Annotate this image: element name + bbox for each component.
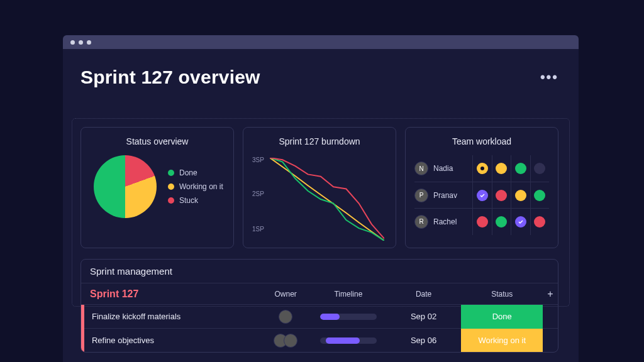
workload-chip — [496, 190, 507, 201]
task-name[interactable]: Refine objectives — [84, 336, 260, 345]
card-status-overview: Status overview DoneWorking on itStuck — [80, 127, 234, 248]
burndown-series — [270, 158, 384, 241]
more-icon[interactable]: ••• — [540, 69, 558, 85]
date-cell[interactable]: Sep 06 — [386, 336, 462, 345]
card-team-workload: Team workload NNadiaPPranavRRachel — [405, 127, 558, 248]
workload-row: NNadia — [414, 155, 549, 182]
workload-chip — [496, 216, 507, 228]
date-cell[interactable]: Sep 02 — [386, 312, 462, 321]
workload-chip — [477, 190, 488, 201]
workload-chip — [496, 163, 507, 174]
workload-cell[interactable] — [530, 182, 550, 209]
workload-table: NNadiaPPranavRRachel — [414, 155, 549, 234]
workload-person[interactable]: RRachel — [414, 215, 472, 229]
card-title: Sprint 127 burndown — [252, 136, 387, 146]
timeline-cell[interactable] — [311, 337, 386, 344]
status-legend: DoneWorking on itStuck — [168, 168, 223, 205]
status-pie-chart — [94, 155, 157, 218]
task-name[interactable]: Finalize kickoff materials — [84, 312, 260, 321]
col-header-timeline: Timeline — [311, 290, 386, 299]
workload-cell[interactable] — [472, 182, 492, 209]
y-tick: 2SP — [252, 190, 264, 197]
sprint-group-label[interactable]: Sprint 127 — [81, 288, 260, 300]
owner-cell[interactable] — [260, 310, 311, 324]
workload-cell[interactable] — [511, 182, 530, 209]
workload-chip — [515, 216, 526, 228]
workload-cell[interactable] — [492, 209, 511, 235]
workload-cell[interactable] — [511, 209, 530, 235]
legend-swatch — [168, 184, 174, 190]
person-name: Pranav — [433, 191, 457, 200]
col-header-date: Date — [386, 290, 462, 299]
status-cell[interactable]: Done — [461, 305, 543, 329]
person-name: Nadia — [433, 164, 453, 173]
workload-chip — [534, 163, 545, 174]
col-header-status: Status — [461, 290, 543, 299]
legend-item: Stuck — [168, 196, 223, 205]
card-burndown: Sprint 127 burndown 3SP 2SP 1SP — [243, 127, 396, 248]
timeline-bar — [320, 314, 340, 320]
traffic-light-dot — [70, 40, 75, 45]
workload-cell[interactable] — [492, 155, 511, 182]
legend-label: Done — [179, 168, 197, 177]
avatar: N — [414, 162, 428, 175]
workload-cell[interactable] — [530, 155, 550, 182]
workload-cell[interactable] — [492, 182, 511, 209]
burndown-plot — [270, 158, 384, 241]
sprint-management-board: Sprint management Sprint 127 Owner Timel… — [80, 259, 558, 353]
workload-row: RRachel — [414, 208, 549, 234]
timeline-bar — [326, 337, 360, 344]
workload-person[interactable]: PPranav — [414, 189, 472, 202]
traffic-light-dot — [79, 40, 83, 45]
col-header-owner: Owner — [260, 290, 311, 299]
y-tick: 3SP — [252, 156, 264, 163]
board-title: Sprint management — [81, 260, 558, 283]
workload-chip — [477, 216, 488, 228]
legend-swatch — [168, 197, 174, 204]
workload-chip — [534, 190, 545, 201]
owner-cell[interactable] — [260, 334, 311, 348]
board-header-row: Sprint 127 Owner Timeline Date Status + — [81, 283, 558, 304]
timeline-cell[interactable] — [311, 314, 386, 320]
task-row[interactable]: Finalize kickoff materialsSep 02Done — [81, 304, 558, 328]
workload-chip — [515, 190, 526, 201]
legend-label: Stuck — [179, 196, 198, 205]
person-name: Rachel — [433, 217, 457, 226]
workload-person[interactable]: NNadia — [414, 162, 472, 175]
legend-item: Working on it — [168, 182, 223, 191]
workload-cell[interactable] — [472, 209, 492, 235]
legend-swatch — [168, 170, 174, 176]
window-chrome — [63, 35, 579, 49]
traffic-light-dot — [87, 40, 91, 45]
task-row[interactable]: Refine objectivesSep 06Working on it — [81, 328, 558, 352]
workload-chip — [515, 163, 526, 174]
workload-chip — [534, 216, 545, 228]
card-title: Team workload — [414, 136, 549, 146]
avatar: P — [414, 189, 428, 202]
avatar — [279, 310, 292, 324]
avatar: R — [414, 215, 428, 229]
card-title: Status overview — [90, 136, 225, 146]
workload-cell[interactable] — [511, 155, 530, 182]
app-window: Sprint 127 overview ••• Status overview … — [63, 49, 579, 362]
status-cell[interactable]: Working on it — [461, 329, 543, 353]
workload-cell[interactable] — [472, 155, 492, 182]
workload-cell[interactable] — [530, 209, 550, 235]
workload-chip — [477, 163, 488, 174]
avatar — [284, 334, 297, 348]
legend-item: Done — [168, 168, 223, 177]
page-title: Sprint 127 overview — [80, 67, 260, 88]
workload-row: PPranav — [414, 182, 549, 208]
y-tick: 1SP — [252, 226, 264, 233]
add-column-icon[interactable]: + — [543, 288, 558, 300]
legend-label: Working on it — [179, 182, 223, 191]
